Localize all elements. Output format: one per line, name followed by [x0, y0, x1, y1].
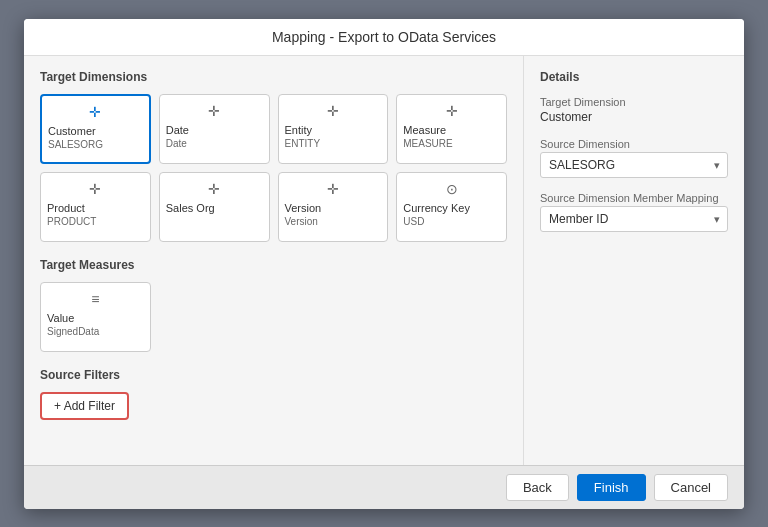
- move-icon: ✛: [285, 103, 382, 119]
- source-filters-section: Source Filters + Add Filter: [40, 368, 507, 420]
- left-panel: Target Dimensions ✛ Customer SALESORG ✛ …: [24, 56, 524, 465]
- dimension-card-measure[interactable]: ✛ Measure MEASURE: [396, 94, 507, 164]
- dimension-card-entity[interactable]: ✛ Entity ENTITY: [278, 94, 389, 164]
- move-icon: ✛: [285, 181, 382, 197]
- move-icon: ✛: [403, 103, 500, 119]
- source-dimension-select[interactable]: SALESORG: [540, 152, 728, 178]
- source-dimension-select-wrapper: SALESORG: [540, 152, 728, 178]
- dimension-card-salesorg[interactable]: ✛ Sales Org: [159, 172, 270, 242]
- dialog: Mapping - Export to OData Services Targe…: [24, 19, 744, 509]
- card-name: Entity: [285, 123, 313, 137]
- card-name: Currency Key: [403, 201, 470, 215]
- card-name: Sales Org: [166, 201, 215, 215]
- card-sub: Date: [166, 137, 187, 150]
- dimension-card-date[interactable]: ✛ Date Date: [159, 94, 270, 164]
- card-sub: Version: [285, 215, 318, 228]
- finish-button[interactable]: Finish: [577, 474, 646, 501]
- card-name: Product: [47, 201, 85, 215]
- card-name: Measure: [403, 123, 446, 137]
- card-sub: USD: [403, 215, 424, 228]
- dialog-footer: Back Finish Cancel: [24, 465, 744, 509]
- card-name: Version: [285, 201, 322, 215]
- measure-card-value[interactable]: ≡ Value SignedData: [40, 282, 151, 352]
- cancel-button[interactable]: Cancel: [654, 474, 728, 501]
- move-icon: ✛: [48, 104, 143, 120]
- dialog-header: Mapping - Export to OData Services: [24, 19, 744, 56]
- card-sub: SignedData: [47, 325, 99, 338]
- dimension-card-version[interactable]: ✛ Version Version: [278, 172, 389, 242]
- move-icon: ✛: [166, 103, 263, 119]
- target-measures-title: Target Measures: [40, 258, 507, 272]
- dimension-card-product[interactable]: ✛ Product PRODUCT: [40, 172, 151, 242]
- source-member-mapping-select-wrapper: Member ID: [540, 206, 728, 232]
- details-title: Details: [540, 70, 728, 84]
- target-measures-section: Target Measures ≡ Value SignedData: [40, 258, 507, 352]
- card-name: Customer: [48, 124, 96, 138]
- dimension-grid: ✛ Customer SALESORG ✛ Date Date ✛ Entity: [40, 94, 507, 242]
- card-sub: PRODUCT: [47, 215, 96, 228]
- move-icon: ✛: [166, 181, 263, 197]
- dollar-icon: ⊙: [403, 181, 500, 197]
- back-button[interactable]: Back: [506, 474, 569, 501]
- dialog-body: Target Dimensions ✛ Customer SALESORG ✛ …: [24, 56, 744, 465]
- dimension-card-currencykey[interactable]: ⊙ Currency Key USD: [396, 172, 507, 242]
- target-dimension-value: Customer: [540, 110, 728, 124]
- card-sub: SALESORG: [48, 138, 103, 151]
- measure-grid: ≡ Value SignedData: [40, 282, 507, 352]
- source-dimension-group: Source Dimension SALESORG: [540, 138, 728, 178]
- dimension-card-customer[interactable]: ✛ Customer SALESORG: [40, 94, 151, 164]
- move-icon: ✛: [47, 181, 144, 197]
- source-member-mapping-select[interactable]: Member ID: [540, 206, 728, 232]
- target-dimensions-section: Target Dimensions ✛ Customer SALESORG ✛ …: [40, 70, 507, 242]
- source-dimension-label: Source Dimension: [540, 138, 728, 150]
- add-filter-label: + Add Filter: [54, 399, 115, 413]
- add-filter-button[interactable]: + Add Filter: [40, 392, 129, 420]
- card-name: Date: [166, 123, 189, 137]
- card-sub: ENTITY: [285, 137, 321, 150]
- source-member-mapping-group: Source Dimension Member Mapping Member I…: [540, 192, 728, 232]
- source-filters-title: Source Filters: [40, 368, 507, 382]
- card-name: Value: [47, 311, 74, 325]
- target-dimensions-title: Target Dimensions: [40, 70, 507, 84]
- target-dimension-group: Target Dimension Customer: [540, 96, 728, 124]
- card-sub: MEASURE: [403, 137, 452, 150]
- dialog-title: Mapping - Export to OData Services: [272, 29, 496, 45]
- right-panel: Details Target Dimension Customer Source…: [524, 56, 744, 465]
- target-dimension-label: Target Dimension: [540, 96, 728, 108]
- lines-icon: ≡: [47, 291, 144, 307]
- source-member-mapping-label: Source Dimension Member Mapping: [540, 192, 728, 204]
